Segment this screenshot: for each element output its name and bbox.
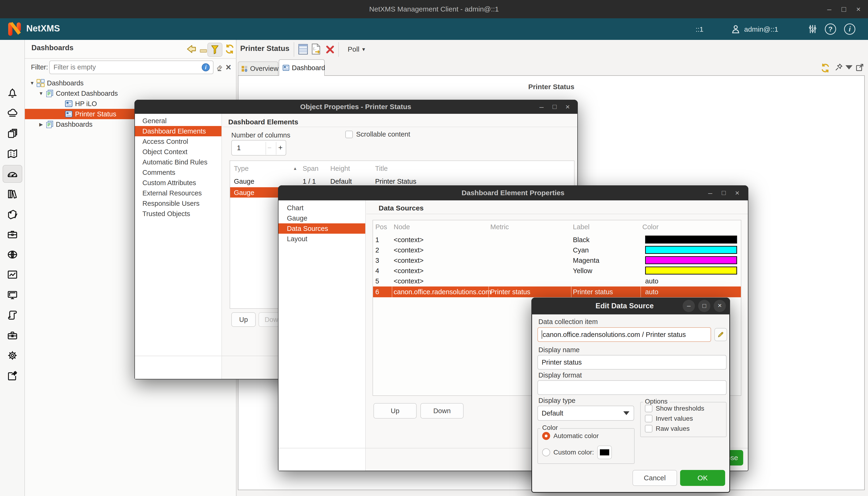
column-header-height[interactable]: Height [330, 165, 350, 172]
pin-view-icon[interactable] [834, 62, 843, 72]
table-row[interactable]: Gauge 1 / 1 Default Printer Status [230, 176, 574, 186]
window-maximize-button[interactable]: □ [837, 5, 851, 14]
dialog-maximize-button[interactable]: □ [552, 103, 556, 110]
library-icon[interactable] [6, 188, 19, 200]
nav-item-layout[interactable]: Layout [279, 234, 365, 244]
dci-select-button[interactable] [714, 328, 727, 341]
nav-item-object-context[interactable]: Object Context [135, 146, 221, 157]
up-button[interactable]: Up [374, 403, 417, 419]
table-row[interactable]: 3 <context> Magenta [373, 255, 741, 265]
invert-values-checkbox[interactable] [645, 415, 652, 422]
tab-overview[interactable]: Overview [238, 61, 278, 75]
toolbox-icon[interactable] [6, 329, 19, 342]
cloud-icon[interactable] [6, 107, 19, 120]
element-properties-titlebar[interactable]: Dashboard Element Properties – □ × [278, 185, 748, 200]
netxms-logo-icon[interactable] [6, 21, 23, 37]
preferences-sliders-icon[interactable] [807, 24, 818, 35]
table-row[interactable]: 2 <context> Cyan [373, 245, 741, 255]
window-minimize-button[interactable]: – [822, 5, 837, 14]
spinner-increment-button[interactable]: + [278, 143, 283, 152]
nav-item-automatic-bind-rules[interactable]: Automatic Bind Rules [135, 157, 221, 167]
expander-down-icon[interactable]: ▼ [37, 91, 45, 96]
column-header-title[interactable]: Title [375, 165, 388, 172]
cancel-button[interactable]: Cancel [632, 470, 677, 486]
about-info-icon[interactable]: i [844, 24, 855, 35]
column-header-color[interactable]: Color [642, 223, 659, 231]
tag-icon[interactable] [6, 208, 19, 220]
column-header-label[interactable]: Label [573, 223, 589, 231]
object-properties-titlebar[interactable]: Object Properties - Printer Status – □ × [135, 100, 578, 114]
scrollable-checkbox[interactable] [345, 131, 353, 138]
view-refresh-icon[interactable] [820, 63, 831, 73]
window-close-button[interactable]: × [851, 5, 866, 14]
display-type-select[interactable]: Default [537, 406, 634, 421]
dashboard-gauge-icon[interactable] [6, 168, 19, 180]
view-menu-caret-icon[interactable] [846, 65, 853, 69]
dialog-minimize-button[interactable]: – [683, 300, 695, 312]
globe-icon[interactable] [6, 248, 19, 261]
map-icon[interactable] [6, 148, 19, 160]
chart-icon[interactable] [6, 268, 19, 281]
export-xml-icon[interactable]: {.. [311, 43, 321, 55]
delete-icon[interactable] [325, 45, 335, 55]
custom-color-radio[interactable] [542, 448, 550, 456]
pin-board-icon[interactable] [6, 369, 19, 382]
user-icon[interactable] [730, 24, 741, 35]
ok-button[interactable]: OK [680, 470, 725, 486]
briefcase-icon[interactable] [6, 228, 19, 241]
custom-color-swatch-button[interactable] [597, 446, 612, 459]
scroll-icon[interactable] [6, 309, 19, 322]
edit-dialog-titlebar[interactable]: Edit Data Source – □ × [531, 297, 730, 314]
spinner-decrement-button[interactable]: − [267, 144, 272, 152]
nav-item-comments[interactable]: Comments [135, 167, 221, 177]
table-row[interactable]: 5 <context> auto [373, 276, 741, 286]
nav-item-external-resources[interactable]: External Resources [135, 188, 221, 198]
filter-input[interactable] [53, 62, 184, 72]
nav-item-gauge[interactable]: Gauge [279, 213, 365, 223]
dci-input[interactable]: canon.office.radensolutions.com / Printe… [537, 327, 711, 342]
table-view-icon[interactable] [298, 44, 308, 55]
open-external-icon[interactable] [855, 62, 865, 72]
columns-value[interactable]: 1 [237, 144, 241, 152]
filter-toggle-button[interactable] [207, 43, 222, 57]
down-button[interactable]: Down [421, 403, 463, 419]
bell-icon[interactable] [6, 87, 19, 99]
table-row-selected[interactable]: 6 canon.office.radensolutions.com Printe… [373, 286, 741, 297]
expander-down-icon[interactable]: ▼ [28, 80, 36, 86]
refresh-icon[interactable] [224, 44, 235, 55]
up-button[interactable]: Up [231, 312, 256, 327]
collapse-all-icon[interactable] [200, 49, 207, 52]
dialog-maximize-button[interactable]: □ [698, 300, 710, 312]
column-header-node[interactable]: Node [394, 223, 410, 231]
dialog-close-button[interactable]: × [714, 300, 726, 312]
filter-info-icon[interactable]: i [202, 63, 210, 71]
filter-clear-icon[interactable]: × [226, 62, 231, 73]
nav-item-access-control[interactable]: Access Control [135, 136, 221, 146]
poll-menu-button[interactable]: Poll ▾ [348, 44, 365, 55]
dialog-maximize-button[interactable]: □ [722, 189, 726, 197]
table-row[interactable]: 1 <context> Black [373, 234, 741, 245]
tree-item-dashboards-root[interactable]: ▼ Dashboards [25, 78, 236, 88]
monitor-icon[interactable] [6, 289, 19, 301]
navigate-back-icon[interactable] [186, 44, 197, 54]
column-header-metric[interactable]: Metric [490, 223, 509, 231]
nav-item-dashboard-elements[interactable]: Dashboard Elements [135, 126, 221, 136]
current-user[interactable]: admin@::1 [744, 25, 778, 33]
help-icon[interactable]: ? [825, 24, 836, 35]
settings-gear-icon[interactable] [6, 349, 19, 362]
tab-dashboard[interactable]: Dashboard [279, 59, 325, 76]
display-name-input[interactable]: Printer status [537, 355, 727, 370]
dialog-minimize-button[interactable]: – [708, 189, 712, 197]
display-format-input[interactable] [537, 380, 727, 395]
automatic-color-radio[interactable] [542, 432, 550, 440]
nav-item-custom-attributes[interactable]: Custom Attributes [135, 177, 221, 188]
dialog-close-button[interactable]: × [735, 189, 739, 197]
filter-highlight-icon[interactable] [215, 62, 225, 72]
tree-item-context-dashboards[interactable]: ▼ Context Dashboards [25, 88, 236, 98]
show-thresholds-checkbox[interactable] [645, 405, 652, 412]
nav-item-chart[interactable]: Chart [279, 203, 365, 213]
raw-values-checkbox[interactable] [645, 425, 652, 432]
column-header-type[interactable]: Type [234, 165, 249, 172]
copies-icon[interactable] [6, 127, 19, 140]
dialog-close-button[interactable]: × [565, 103, 570, 111]
